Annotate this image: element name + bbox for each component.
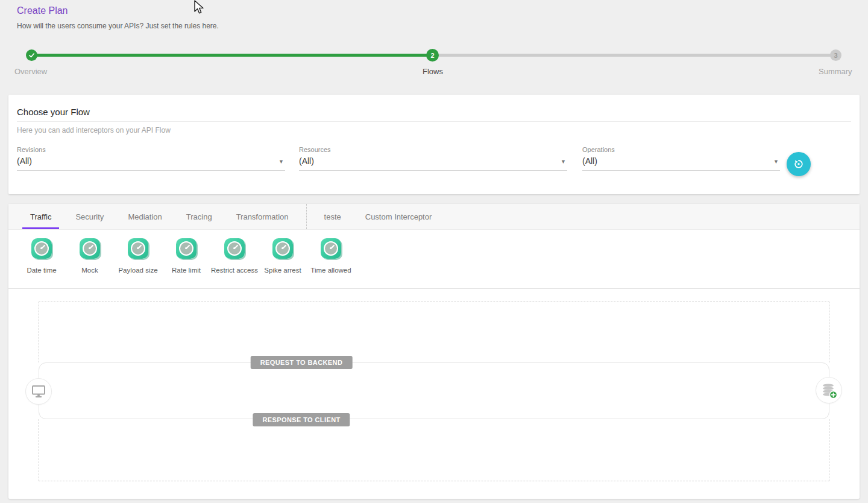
gauge-icon — [31, 238, 52, 259]
revisions-value: (All) — [17, 156, 32, 166]
page-subtitle: How will the users consume your APIs? Ju… — [17, 22, 219, 30]
interceptor-mock[interactable]: Mock — [66, 238, 114, 288]
flow-card-subtitle: Here you can add interceptors on your AP… — [17, 126, 171, 134]
check-icon — [28, 52, 35, 59]
stepper-track-completed — [31, 54, 433, 57]
mouse-cursor — [193, 0, 205, 18]
response-to-client-badge: RESPONSE TO CLIENT — [253, 413, 350, 426]
operations-select[interactable]: Operations (All) ▼ — [582, 146, 780, 171]
step-summary-label: Summary — [819, 67, 852, 76]
step-flows-label: Flows — [423, 67, 443, 76]
interceptor-payload-size[interactable]: Payload size — [114, 238, 162, 288]
tab-custom-interceptor[interactable]: Custom Interceptor — [357, 204, 440, 229]
gauge-icon — [321, 238, 341, 259]
tab-tracing[interactable]: Tracing — [178, 204, 220, 229]
response-drop-zone[interactable] — [39, 419, 829, 481]
step-summary-number: 3 — [834, 52, 837, 59]
interceptor-label: Restrict access — [211, 267, 258, 274]
gauge-icon — [224, 238, 245, 259]
gauge-icon — [176, 238, 197, 259]
step-flows-circle[interactable]: 2 — [426, 49, 439, 62]
flow-card-title: Choose your Flow — [17, 107, 90, 117]
interceptor-label: Payload size — [118, 267, 157, 274]
interceptor-restrict-access[interactable]: Restrict access — [210, 238, 259, 288]
interceptor-label: Mock — [81, 267, 98, 274]
tab-teste[interactable]: teste — [316, 204, 349, 229]
chevron-down-icon: ▼ — [773, 159, 779, 165]
client-node — [25, 378, 52, 405]
monitor-icon — [31, 384, 46, 399]
tab-group-divider — [306, 204, 307, 229]
interceptor-label: Rate limit — [172, 267, 201, 274]
step-summary-circle[interactable]: 3 — [830, 49, 841, 61]
gauge-icon — [80, 238, 100, 259]
interceptor-label: Time allowed — [310, 267, 351, 274]
interceptor-rate-limit[interactable]: Rate limit — [162, 238, 210, 288]
flow-pipeline-box — [39, 362, 829, 419]
step-overview-label: Overview — [14, 67, 47, 76]
interceptor-palette: Date time Mock Payload size Rate limit R… — [8, 230, 860, 288]
interceptor-time-allowed[interactable]: Time allowed — [307, 238, 355, 288]
step-overview-circle[interactable] — [26, 49, 37, 61]
tab-transformation[interactable]: Transformation — [228, 204, 297, 229]
page-title: Create Plan — [17, 5, 68, 16]
interceptor-spike-arrest[interactable]: Spike arrest — [259, 238, 307, 288]
interceptor-label: Date time — [27, 267, 56, 274]
chevron-down-icon: ▼ — [278, 159, 284, 165]
chevron-down-icon: ▼ — [561, 159, 566, 165]
reload-flow-button[interactable] — [787, 152, 811, 176]
operations-label: Operations — [582, 146, 780, 153]
flow-canvas: REQUEST TO BACKEND RESPONSE TO CLIENT — [8, 289, 860, 499]
resources-value: (All) — [299, 156, 314, 166]
step-flows-number: 2 — [430, 52, 434, 59]
interceptors-card: Traffic Security Mediation Tracing Trans… — [8, 204, 860, 499]
tab-mediation[interactable]: Mediation — [120, 204, 169, 229]
flow-card-divider — [17, 121, 851, 122]
history-refresh-icon — [793, 158, 805, 170]
choose-flow-card: Choose your Flow Here you can add interc… — [8, 95, 860, 194]
database-add-icon — [820, 381, 838, 399]
resources-label: Resources — [299, 146, 567, 153]
tab-traffic[interactable]: Traffic — [22, 204, 59, 229]
gauge-icon — [272, 238, 293, 259]
revisions-label: Revisions — [17, 146, 285, 153]
resources-select[interactable]: Resources (All) ▼ — [299, 146, 567, 171]
gauge-icon — [128, 238, 148, 259]
interceptor-date-time[interactable]: Date time — [17, 238, 66, 288]
revisions-select[interactable]: Revisions (All) ▼ — [17, 146, 285, 171]
tab-security[interactable]: Security — [68, 204, 112, 229]
operations-value: (All) — [582, 156, 597, 166]
interceptor-label: Spike arrest — [264, 267, 301, 274]
request-drop-zone[interactable] — [39, 302, 829, 362]
request-to-backend-badge: REQUEST TO BACKEND — [251, 356, 353, 369]
interceptor-tabs: Traffic Security Mediation Tracing Trans… — [8, 204, 860, 230]
backend-node[interactable] — [816, 377, 842, 403]
